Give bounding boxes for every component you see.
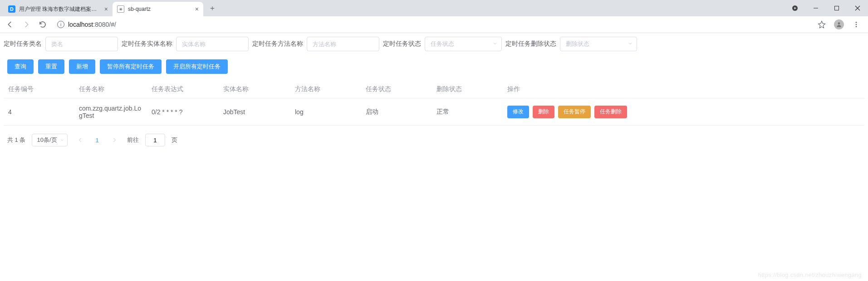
bookmark-star-icon[interactable] [815, 18, 828, 31]
row-remove-button[interactable]: 任务删除 [594, 106, 627, 118]
next-page-button[interactable] [108, 134, 121, 146]
tab-1[interactable]: D 用户管理 珠海市数字城建档案管… × [4, 2, 113, 16]
filter-status-select[interactable]: 任务状态 [425, 37, 502, 51]
pagination: 共 1 条 10条/页 1 前往 页 [4, 134, 864, 146]
jump-prefix: 前往 [127, 136, 139, 144]
svg-point-7 [856, 22, 857, 23]
th-id: 任务编号 [4, 85, 74, 93]
pause-all-button[interactable]: 暂停所有定时任务 [100, 59, 162, 74]
th-method: 方法名称 [290, 85, 361, 93]
jump-suffix: 页 [172, 136, 177, 144]
page-content: 定时任务类名 定时任务实体名称 定时任务方法名称 定时任务状态 任务状态 定时任… [0, 33, 868, 146]
table-header: 任务编号 任务名称 任务表达式 实体名称 方法名称 任务状态 删除状态 操作 [4, 80, 864, 98]
th-status: 任务状态 [361, 85, 432, 93]
td-id: 4 [4, 108, 74, 116]
url-host: localhost:8080/#/ [68, 21, 116, 28]
filter-delstatus-label: 定时任务删除状态 [505, 40, 556, 48]
maximize-button[interactable] [826, 0, 847, 16]
chevron-down-icon [492, 41, 498, 48]
new-tab-button[interactable]: ＋ [206, 2, 219, 15]
chevron-down-icon [60, 137, 64, 144]
start-all-button[interactable]: 开启所有定时任务 [166, 59, 228, 74]
filter-delstatus-placeholder: 删除状态 [566, 40, 589, 48]
close-window-button[interactable] [847, 0, 868, 16]
td-name: com.zzg.quartz.job.LogTest [74, 105, 147, 119]
media-icon[interactable] [785, 0, 805, 16]
add-button[interactable]: 新增 [69, 59, 95, 74]
row-delete-button[interactable]: 删除 [533, 106, 554, 118]
td-entity: JobTest [219, 108, 290, 116]
prev-page-button[interactable] [74, 134, 87, 146]
svg-point-6 [838, 22, 840, 24]
task-table: 任务编号 任务名称 任务表达式 实体名称 方法名称 任务状态 删除状态 操作 4… [4, 80, 864, 126]
filter-status-placeholder: 任务状态 [431, 40, 454, 48]
svg-point-8 [856, 24, 857, 25]
td-delstatus: 正常 [432, 108, 503, 116]
row-edit-button[interactable]: 修改 [507, 106, 529, 118]
filter-class-label: 定时任务类名 [4, 40, 42, 48]
forward-button[interactable] [20, 18, 33, 31]
watermark: https://blog.csdn.net/zhouzhiwengang [758, 271, 862, 278]
url-box[interactable]: i localhost:8080/#/ [53, 18, 812, 31]
pagination-total: 共 1 条 [7, 136, 25, 144]
td-method: log [290, 108, 361, 116]
chrome-menu-icon[interactable] [850, 18, 863, 31]
site-info-icon[interactable]: i [57, 21, 64, 28]
tab-1-favicon-icon: D [8, 5, 15, 13]
filter-delstatus-select[interactable]: 删除状态 [560, 37, 637, 51]
filter-entity-input[interactable] [176, 37, 249, 51]
filter-entity-label: 定时任务实体名称 [122, 40, 172, 48]
svg-point-9 [856, 26, 857, 27]
tab-2[interactable]: ✳ sb-quartz × [113, 2, 203, 16]
minimize-button[interactable] [805, 0, 826, 16]
reset-button[interactable]: 重置 [38, 59, 64, 74]
td-ops: 修改 删除 任务暂停 任务删除 [503, 106, 864, 118]
page-size-select[interactable]: 10条/页 [32, 134, 67, 146]
reload-button[interactable] [36, 18, 49, 31]
tab-1-title: 用户管理 珠海市数字城建档案管… [19, 5, 101, 13]
tab-bar: D 用户管理 珠海市数字城建档案管… × ✳ sb-quartz × ＋ [0, 0, 868, 16]
window-controls [785, 0, 868, 16]
page-number[interactable]: 1 [93, 137, 102, 144]
filter-class-input[interactable] [45, 37, 118, 51]
profile-avatar-icon[interactable] [833, 18, 845, 31]
tab-2-favicon-icon: ✳ [117, 5, 124, 13]
td-status: 启动 [361, 108, 432, 116]
th-name: 任务名称 [74, 85, 147, 93]
tab-2-title: sb-quartz [128, 6, 191, 12]
filter-status-label: 定时任务状态 [383, 40, 421, 48]
tab-2-close-icon[interactable]: × [195, 5, 199, 13]
query-button[interactable]: 查询 [7, 59, 34, 74]
action-button-row: 查询 重置 新增 暂停所有定时任务 开启所有定时任务 [4, 59, 864, 74]
td-expr: 0/2 * * * * ? [147, 108, 219, 116]
browser-chrome: D 用户管理 珠海市数字城建档案管… × ✳ sb-quartz × ＋ [0, 0, 868, 33]
address-bar: i localhost:8080/#/ [0, 16, 868, 33]
filter-method-input[interactable] [307, 37, 379, 51]
th-expr: 任务表达式 [147, 85, 219, 93]
row-pause-button[interactable]: 任务暂停 [558, 106, 591, 118]
chevron-down-icon [628, 41, 633, 48]
svg-rect-3 [835, 6, 839, 10]
th-entity: 实体名称 [219, 85, 290, 93]
filter-row: 定时任务类名 定时任务实体名称 定时任务方法名称 定时任务状态 任务状态 定时任… [4, 37, 864, 51]
jump-page-input[interactable] [145, 134, 165, 146]
th-ops: 操作 [503, 85, 864, 93]
th-delstatus: 删除状态 [432, 85, 503, 93]
page-size-value: 10条/页 [37, 136, 57, 144]
back-button[interactable] [4, 18, 16, 31]
tab-1-close-icon[interactable]: × [104, 5, 108, 13]
table-row: 4 com.zzg.quartz.job.LogTest 0/2 * * * *… [4, 98, 864, 126]
filter-method-label: 定时任务方法名称 [252, 40, 303, 48]
